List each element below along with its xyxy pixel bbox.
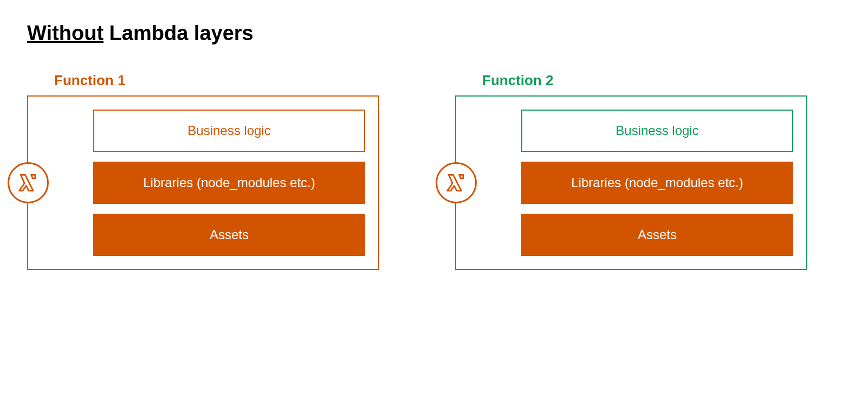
assets-layer: Assets [521, 214, 793, 256]
functions-container: Function 1 Business logic Libraries (nod… [27, 72, 841, 270]
function-block-1: Function 1 Business logic Libraries (nod… [27, 72, 379, 270]
title-rest: Lambda layers [103, 22, 254, 44]
assets-layer: Assets [93, 214, 365, 256]
lambda-icon [436, 162, 477, 203]
title-underlined: Without [27, 22, 103, 44]
lambda-icon [8, 162, 49, 203]
libraries-layer: Libraries (node_modules etc.) [521, 162, 793, 204]
function-block-2: Function 2 Business logic Libraries (nod… [455, 72, 807, 270]
diagram-title: Without Lambda layers [27, 22, 841, 45]
libraries-layer: Libraries (node_modules etc.) [93, 162, 365, 204]
function-2-label: Function 2 [482, 72, 807, 89]
function-1-box: Business logic Libraries (node_modules e… [27, 95, 379, 270]
business-logic-layer: Business logic [521, 110, 793, 152]
business-logic-layer: Business logic [93, 110, 365, 152]
function-1-label: Function 1 [54, 72, 379, 89]
function-2-box: Business logic Libraries (node_modules e… [455, 95, 807, 270]
